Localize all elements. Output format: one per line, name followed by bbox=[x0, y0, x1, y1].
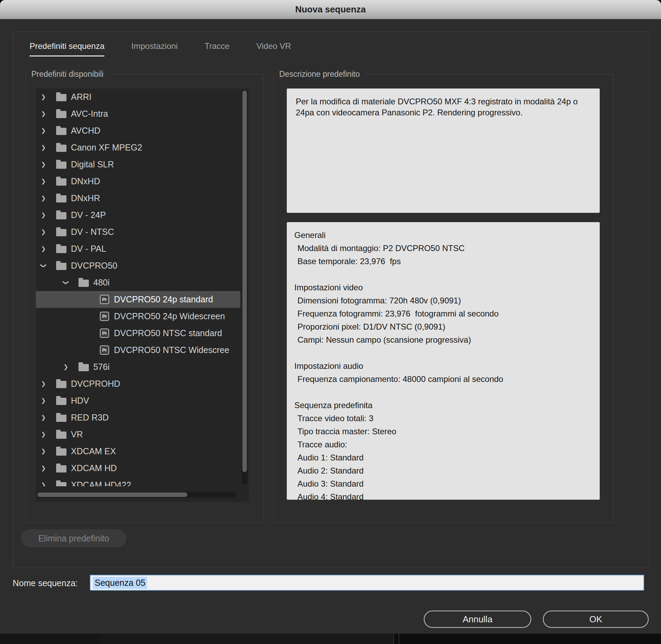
tree-item-label: DV - 24P bbox=[71, 210, 106, 220]
folder-icon bbox=[56, 482, 66, 487]
folder-icon bbox=[78, 364, 89, 371]
tree-item-folder[interactable]: ❯576i bbox=[36, 359, 240, 375]
tree-item-label: Digital SLR bbox=[71, 159, 114, 169]
horizontal-scrollbar-track[interactable] bbox=[37, 492, 237, 498]
tree-item-folder[interactable]: ❯XDCAM HD422 bbox=[36, 477, 240, 486]
folder-icon bbox=[56, 94, 66, 101]
chevron-right-icon[interactable]: ❯ bbox=[40, 448, 47, 455]
tree-item-preset[interactable]: PrDVCPRO50 24p standard bbox=[36, 291, 240, 308]
tree-item-folder[interactable]: ❯ARRI bbox=[36, 89, 240, 105]
details-section-header: Impostazioni audio bbox=[294, 361, 600, 374]
chevron-right-icon[interactable]: ❯ bbox=[40, 127, 47, 134]
details-line: Audio 3: Standard bbox=[294, 479, 600, 492]
delete-preset-button[interactable]: Elimina predefinito bbox=[21, 529, 126, 547]
tree-item-label: XDCAM HD422 bbox=[71, 480, 131, 486]
tree-item-preset[interactable]: PrDVCPRO50 24p Widescreen bbox=[36, 308, 240, 325]
folder-icon bbox=[56, 178, 66, 186]
tree-item-folder[interactable]: ❯XDCAM HD bbox=[36, 460, 240, 477]
vertical-scrollbar-track[interactable] bbox=[242, 90, 248, 485]
folder-icon bbox=[56, 381, 66, 388]
details-section-header: Generali bbox=[294, 230, 600, 243]
new-sequence-dialog: Nuova sequenza Predefiniti sequenzaImpos… bbox=[0, 0, 661, 634]
background-app-divider bbox=[393, 634, 394, 644]
chevron-right-icon[interactable]: ❯ bbox=[40, 465, 47, 472]
chevron-right-icon[interactable]: ❯ bbox=[40, 228, 47, 236]
tree-item-label: DVCPRO50 bbox=[71, 261, 117, 271]
vertical-scrollbar-thumb[interactable] bbox=[242, 91, 247, 472]
tree-item-label: 480i bbox=[93, 278, 109, 288]
chevron-down-icon[interactable]: ❯ bbox=[62, 279, 70, 286]
tab-impostazioni[interactable]: Impostazioni bbox=[131, 41, 178, 56]
chevron-right-icon[interactable]: ❯ bbox=[40, 110, 47, 117]
background-app-panel bbox=[0, 634, 100, 644]
tree-item-preset[interactable]: PrDVCPRO50 NTSC standard bbox=[36, 325, 240, 342]
chevron-right-icon[interactable]: ❯ bbox=[40, 245, 47, 252]
chevron-right-icon[interactable]: ❯ bbox=[40, 93, 47, 101]
tree-item-folder[interactable]: ❯Digital SLR bbox=[36, 156, 240, 173]
tab-video-vr[interactable]: Video VR bbox=[256, 41, 291, 56]
folder-icon bbox=[56, 448, 66, 456]
tree-item-folder[interactable]: ❯DV - PAL bbox=[36, 240, 240, 257]
folder-icon bbox=[56, 246, 66, 253]
background-app-divider bbox=[399, 634, 399, 644]
tree-item-folder[interactable]: ❯DNxHD bbox=[36, 173, 240, 190]
tree-item-label: DNxHR bbox=[71, 193, 100, 203]
tab-tracce[interactable]: Tracce bbox=[204, 41, 229, 56]
tree-item-folder[interactable]: ❯DVCPRO50 bbox=[36, 257, 240, 274]
chevron-down-icon[interactable]: ❯ bbox=[40, 262, 47, 269]
tree-item-folder[interactable]: ❯AVC-Intra bbox=[36, 105, 240, 122]
details-line: Modalità di montaggio: P2 DVCPRO50 NTSC bbox=[294, 243, 600, 257]
tree-item-label: AVCHD bbox=[71, 126, 101, 136]
chevron-right-icon[interactable]: ❯ bbox=[40, 144, 47, 151]
details-line: Campi: Nessun campo (scansione progressi… bbox=[294, 335, 600, 348]
tree-item-folder[interactable]: ❯RED R3D bbox=[36, 409, 240, 426]
tree-item-folder[interactable]: ❯AVCHD bbox=[36, 122, 240, 139]
details-line: Frequenza fotogrammi: 23,976 fotogrammi … bbox=[294, 309, 600, 322]
tree-item-preset[interactable]: PrDVCPRO50 NTSC Widescree bbox=[36, 342, 240, 359]
tree-item-folder[interactable]: ❯DVCPROHD bbox=[36, 375, 240, 392]
window-title: Nuova sequenza bbox=[295, 4, 366, 15]
tree-item-label: DNxHD bbox=[71, 176, 100, 186]
chevron-right-icon[interactable]: ❯ bbox=[40, 178, 47, 185]
tree-item-label: AVC-Intra bbox=[71, 109, 108, 119]
chevron-right-icon[interactable]: ❯ bbox=[40, 161, 47, 168]
folder-icon bbox=[56, 263, 66, 270]
chevron-right-icon[interactable]: ❯ bbox=[40, 380, 47, 387]
ok-button[interactable]: OK bbox=[543, 611, 649, 628]
preset-details-box: GeneraliModalità di montaggio: P2 DVCPRO… bbox=[287, 222, 600, 500]
tree-item-label: XDCAM HD bbox=[71, 463, 117, 473]
tree-item-label: DVCPRO50 NTSC Widescree bbox=[114, 345, 229, 355]
folder-icon bbox=[56, 111, 66, 118]
tree-item-folder[interactable]: ❯DNxHR bbox=[36, 190, 240, 207]
details-section-header: Impostazioni video bbox=[294, 283, 600, 296]
chevron-right-icon[interactable]: ❯ bbox=[40, 481, 47, 486]
folder-icon bbox=[56, 432, 66, 439]
horizontal-scrollbar-thumb[interactable] bbox=[38, 492, 187, 497]
tree-item-folder[interactable]: ❯480i bbox=[36, 274, 240, 291]
tree-item-folder[interactable]: ❯VR bbox=[36, 426, 240, 443]
tree-item-folder[interactable]: ❯XDCAM EX bbox=[36, 443, 240, 460]
tree-item-folder[interactable]: ❯DV - NTSC bbox=[36, 224, 240, 240]
details-line bbox=[294, 270, 600, 283]
background-app-panel bbox=[100, 634, 394, 644]
cancel-button[interactable]: Annulla bbox=[424, 611, 531, 628]
chevron-right-icon[interactable]: ❯ bbox=[62, 363, 69, 371]
folder-icon bbox=[56, 195, 66, 202]
tree-item-label: DVCPROHD bbox=[71, 379, 120, 389]
chevron-right-icon[interactable]: ❯ bbox=[40, 431, 47, 438]
details-line: Audio 1: Standard bbox=[294, 453, 600, 466]
tree-item-label: Canon XF MPEG2 bbox=[71, 143, 142, 153]
window-titlebar[interactable]: Nuova sequenza bbox=[0, 0, 661, 19]
preset-tree-rows: ❯ARRI❯AVC-Intra❯AVCHD❯Canon XF MPEG2❯Dig… bbox=[36, 89, 240, 486]
tree-item-folder[interactable]: ❯Canon XF MPEG2 bbox=[36, 139, 240, 156]
chevron-right-icon[interactable]: ❯ bbox=[40, 414, 47, 421]
sequence-name-input[interactable]: Sequenza 05 bbox=[90, 575, 644, 591]
details-line bbox=[294, 348, 600, 361]
chevron-right-icon[interactable]: ❯ bbox=[40, 397, 47, 404]
tab-predefiniti-sequenza[interactable]: Predefiniti sequenza bbox=[30, 41, 104, 56]
chevron-right-icon[interactable]: ❯ bbox=[40, 211, 47, 219]
tree-item-folder[interactable]: ❯DV - 24P bbox=[36, 207, 240, 224]
tree-item-folder[interactable]: ❯HDV bbox=[36, 392, 240, 409]
details-line: Base temporale: 23,976 fps bbox=[294, 257, 600, 270]
chevron-right-icon[interactable]: ❯ bbox=[40, 195, 47, 202]
